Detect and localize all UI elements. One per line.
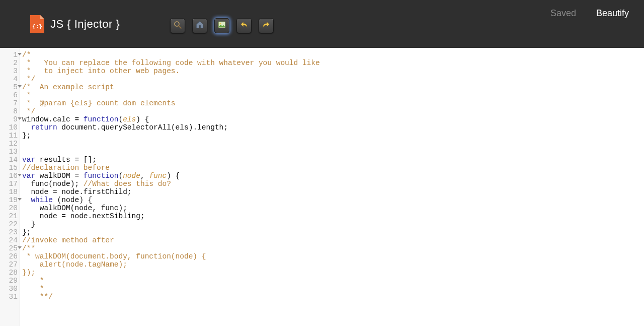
code-line[interactable]: alert(node.tagName);: [22, 260, 320, 269]
line-number: 6: [0, 91, 20, 99]
app-title: JS { Injector }: [50, 18, 120, 31]
code-line[interactable]: * @param {els} count dom elements: [22, 99, 320, 107]
svg-text:{:}: {:}: [32, 23, 42, 30]
line-number-gutter: 1234567891011121314151617181920212223242…: [0, 48, 20, 326]
line-number: 10: [0, 123, 20, 132]
toolbar: [170, 18, 274, 33]
line-number: 5: [0, 83, 20, 91]
code-line[interactable]: /**: [22, 244, 320, 252]
line-number: 19: [0, 196, 20, 204]
code-line[interactable]: * You can replace the following code wit…: [22, 59, 320, 67]
home-icon: [195, 20, 204, 31]
redo-button[interactable]: [259, 18, 274, 33]
line-number: 18: [0, 188, 20, 196]
line-number: 17: [0, 180, 20, 188]
fold-toggle-icon[interactable]: [18, 198, 22, 201]
code-line[interactable]: **/: [22, 293, 320, 301]
redo-icon: [262, 20, 271, 31]
line-number: 14: [0, 156, 20, 164]
line-number: 23: [0, 228, 20, 236]
code-line[interactable]: */: [22, 75, 320, 83]
code-line[interactable]: func(node); //What does this do?: [22, 180, 320, 188]
fold-toggle-icon[interactable]: [18, 53, 22, 55]
app-header: {:} JS { Injector } Saved Beautify: [0, 0, 644, 48]
code-line[interactable]: };: [22, 132, 320, 140]
line-number: 25: [0, 244, 20, 252]
line-number: 3: [0, 67, 20, 75]
line-number: 22: [0, 220, 20, 228]
code-line[interactable]: };: [22, 228, 320, 236]
code-line[interactable]: *: [22, 277, 320, 285]
line-number: 15: [0, 164, 20, 172]
code-line[interactable]: var results = [];: [22, 156, 320, 164]
line-number: 29: [0, 277, 20, 285]
code-line[interactable]: *: [22, 285, 320, 293]
header-right: Saved Beautify: [550, 8, 629, 19]
code-line[interactable]: *: [22, 91, 320, 99]
code-line[interactable]: //declaration before: [22, 164, 320, 172]
code-line[interactable]: while (node) {: [22, 196, 320, 204]
line-number: 30: [0, 285, 20, 293]
line-number: 11: [0, 132, 20, 140]
line-number: 2: [0, 59, 20, 67]
line-number: 27: [0, 260, 20, 269]
line-number: 13: [0, 148, 20, 156]
line-number: 4: [0, 75, 20, 83]
code-line[interactable]: /*: [22, 51, 320, 59]
line-number: 7: [0, 99, 20, 107]
svg-point-4: [220, 23, 221, 24]
image-button[interactable]: [214, 18, 229, 33]
code-line[interactable]: [22, 140, 320, 148]
code-line[interactable]: //invoke method after: [22, 236, 320, 244]
code-line[interactable]: */: [22, 107, 320, 115]
code-line[interactable]: }: [22, 220, 320, 228]
search-icon: [173, 20, 182, 31]
fold-toggle-icon[interactable]: [18, 246, 22, 249]
status-saved: Saved: [550, 8, 576, 19]
line-number: 16: [0, 172, 20, 180]
code-line[interactable]: /* An example script: [22, 83, 320, 91]
fold-toggle-icon[interactable]: [18, 174, 22, 176]
code-line[interactable]: return document.querySelectorAll(els).le…: [22, 123, 320, 132]
code-line[interactable]: walkDOM(node, func);: [22, 204, 320, 212]
line-number: 24: [0, 236, 20, 244]
line-number: 8: [0, 107, 20, 115]
app-logo-icon: {:}: [30, 15, 44, 33]
undo-button[interactable]: [236, 18, 252, 33]
search-button[interactable]: [170, 18, 185, 33]
line-number: 31: [0, 293, 20, 301]
svg-line-2: [179, 26, 182, 28]
line-number: 12: [0, 140, 20, 148]
line-number: 26: [0, 252, 20, 260]
image-icon: [217, 20, 226, 31]
home-button[interactable]: [192, 18, 207, 33]
code-line[interactable]: * to inject into other web pages.: [22, 67, 320, 75]
line-number: 9: [0, 115, 20, 123]
line-number: 20: [0, 204, 20, 212]
line-number: 28: [0, 269, 20, 277]
code-line[interactable]: var walkDOM = function(node, func) {: [22, 172, 320, 180]
line-number: 1: [0, 51, 20, 59]
code-editor[interactable]: 1234567891011121314151617181920212223242…: [0, 48, 644, 326]
code-line[interactable]: node = node.firstChild;: [22, 188, 320, 196]
undo-icon: [239, 20, 249, 31]
code-line[interactable]: window.calc = function(els) {: [22, 115, 320, 123]
code-line[interactable]: [22, 148, 320, 156]
code-line[interactable]: node = node.nextSibling;: [22, 212, 320, 220]
code-line[interactable]: });: [22, 269, 320, 277]
code-line[interactable]: * walkDOM(document.body, function(node) …: [22, 252, 320, 260]
fold-toggle-icon[interactable]: [18, 117, 22, 120]
code-area[interactable]: /* * You can replace the following code …: [20, 48, 320, 326]
beautify-button[interactable]: Beautify: [596, 8, 629, 19]
line-number: 21: [0, 212, 20, 220]
fold-toggle-icon[interactable]: [18, 85, 22, 88]
logo-block: {:} JS { Injector }: [30, 15, 120, 33]
